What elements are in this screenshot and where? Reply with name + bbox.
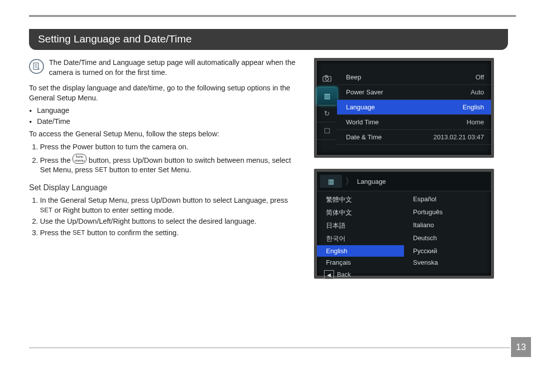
step-b3: Press the SET button to confirm the sett… — [40, 228, 299, 238]
access-steps: Press the Power button to turn the camer… — [29, 142, 299, 175]
language-title: Language — [357, 178, 386, 185]
bullet-language: Language — [37, 106, 299, 116]
menu-row: World TimeHome — [337, 115, 491, 130]
step-b2: Use the Up/Down/Left/Right buttons to se… — [40, 217, 299, 227]
step-a2: Press the funcmenu button, press Up/Down… — [40, 154, 299, 175]
step-a1: Press the Power button to turn the camer… — [40, 142, 299, 152]
step-b1: In the General Setup Menu, press Up/Down… — [40, 196, 299, 215]
menu-row-value: Off — [476, 73, 484, 81]
menu-row-value: Auto — [470, 88, 484, 96]
intro-text: To set the display language and date/tim… — [29, 83, 299, 103]
language-option: Русский — [404, 245, 491, 257]
camera-tab-icon — [317, 70, 337, 87]
menu-row: BeepOff — [337, 70, 491, 85]
menu-tabs: ▥ ↻ ☐ — [317, 70, 337, 155]
wrench-header-icon: ▥ — [320, 175, 342, 188]
language-option: 繁體中文 — [317, 193, 404, 206]
language-option: Svenska — [404, 257, 491, 268]
menu-row-label: Date & Time — [346, 133, 382, 141]
section-title: Setting Language and Date/Time — [38, 33, 192, 44]
menu-row: Date & Time2013.02.21 03:47 — [337, 130, 491, 145]
back-icon: ◀ — [324, 270, 334, 279]
set-label: SET — [95, 166, 108, 173]
left-column: The Date/Time and Language setup page wi… — [29, 58, 299, 290]
refresh-tab-icon: ↻ — [317, 105, 337, 122]
note-icon — [29, 59, 44, 74]
menu-row-value: 2013.02.21 03:47 — [434, 133, 484, 141]
camera-screenshot-language-list: ▥ 〉 Language 繁體中文Español简体中文Português日本語… — [314, 169, 494, 279]
section-title-bar: Setting Language and Date/Time — [29, 29, 508, 50]
setup-bullets: Language Date/Time — [29, 106, 299, 126]
camera-screenshot-setup-menu: ▥ ↻ ☐ BeepOffPower SaverAutoLanguageEngl… — [314, 58, 494, 158]
language-grid: 繁體中文Español简体中文Português日本語Italiano한국어De… — [317, 191, 491, 268]
display-language-steps: In the General Setup Menu, press Up/Down… — [29, 196, 299, 238]
note-text: The Date/Time and Language setup page wi… — [49, 58, 299, 77]
svg-point-6 — [326, 77, 328, 80]
language-option: 한국어 — [317, 232, 404, 245]
card-tab-icon: ☐ — [317, 122, 337, 140]
top-rule — [29, 15, 516, 17]
menu-row-value: English — [462, 103, 484, 111]
menu-row-label: Power Saver — [346, 88, 383, 96]
menu-row-label: World Time — [346, 118, 379, 126]
language-option: Português — [404, 206, 491, 219]
func-menu-button-icon: funcmenu — [72, 154, 86, 164]
bullet-datetime: Date/Time — [37, 117, 299, 127]
bottom-rule — [29, 348, 510, 348]
menu-row: Power SaverAuto — [337, 85, 491, 100]
language-option: Deutsch — [404, 232, 491, 245]
language-option: Italiano — [404, 219, 491, 232]
menu-row: LanguageEnglish — [337, 100, 491, 115]
wrench-tab-icon: ▥ — [317, 87, 337, 105]
subhead-set-display-language: Set Display Language — [29, 182, 299, 193]
access-text: To access the General Setup Menu, follow… — [29, 129, 299, 139]
language-option: Español — [404, 193, 491, 206]
set-label: SET — [40, 207, 52, 214]
chevron-right-icon: 〉 — [345, 175, 354, 187]
back-label: Back — [337, 271, 351, 278]
language-option: 简体中文 — [317, 206, 404, 219]
language-option: 日本語 — [317, 219, 404, 232]
page-number: 13 — [511, 337, 531, 357]
right-column: ▥ ↻ ☐ BeepOffPower SaverAutoLanguageEngl… — [314, 58, 516, 290]
menu-row-label: Language — [346, 103, 375, 111]
set-label: SET — [72, 229, 85, 236]
language-option: Français — [317, 257, 404, 268]
back-row: ◀ Back — [317, 268, 491, 282]
menu-rows: BeepOffPower SaverAutoLanguageEnglishWor… — [337, 70, 491, 155]
menu-row-value: Home — [466, 118, 484, 126]
menu-row-label: Beep — [346, 73, 361, 81]
language-option: English — [317, 245, 404, 257]
